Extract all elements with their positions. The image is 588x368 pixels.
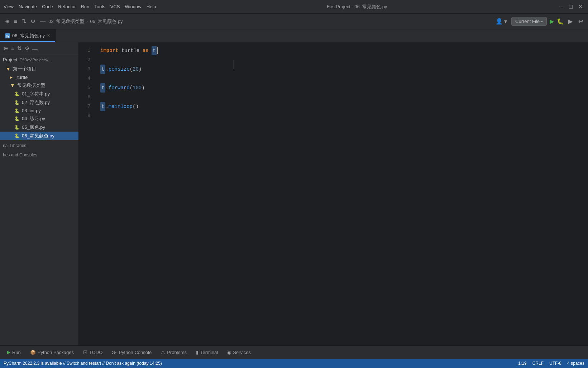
user-icon[interactable]: 👤 ▾ — [494, 16, 508, 26]
menu-window[interactable]: Window — [125, 4, 141, 9]
sidebar-item-label: 01_字符串.py — [22, 91, 50, 97]
code-line-3: t . pensize ( 20 ) — [100, 65, 588, 74]
status-spaces[interactable]: 4 spaces — [567, 361, 584, 366]
collapse-all-icon[interactable]: ≡ — [13, 17, 19, 26]
sidebar-settings-icon[interactable]: ⚙ — [24, 44, 30, 52]
menu-view[interactable]: View — [4, 4, 14, 9]
sidebar-item-01[interactable]: 🐍 01_字符串.py — [0, 90, 78, 98]
dot: . — [105, 83, 108, 93]
num-100: 100 — [133, 83, 142, 93]
python-file-icon: py — [5, 33, 10, 38]
num-20: 20 — [133, 65, 139, 74]
paren-open: () — [133, 102, 139, 111]
sidebar-item-label: 02_浮点数.py — [22, 99, 50, 106]
code-line-8 — [100, 111, 588, 121]
more-button[interactable]: ↩ — [577, 16, 584, 26]
tab-python-console[interactable]: ≫ Python Console — [107, 348, 156, 357]
statusbar-message: PyCharm 2022.2.3 is available // Switch … — [4, 361, 512, 366]
add-icon[interactable]: ⊕ — [4, 16, 11, 26]
editor[interactable]: 1 2 3 4 5 6 7 8 import turtle as — [79, 42, 588, 345]
python-file-icon: 🐍 — [14, 91, 20, 96]
sidebar-toolbar: ⊕ ≡ ⇅ ⚙ — — [0, 42, 78, 55]
debug-button[interactable]: 🐛 — [557, 18, 564, 25]
tab-todo[interactable]: ☑ TODO — [79, 348, 107, 357]
code-line-7: t . mainloop () — [100, 102, 588, 111]
tab-problems[interactable]: ⚠ Problems — [157, 348, 191, 357]
sidebar-item-04[interactable]: 🐍 04_练习.py — [0, 114, 78, 123]
sidebar-item-label: 04_练习.py — [22, 115, 45, 122]
code-area[interactable]: import turtle as t t . pensize ( — [97, 42, 588, 345]
minimize-button[interactable]: ─ — [558, 2, 565, 11]
tab-python-packages-label: Python Packages — [38, 350, 74, 355]
minimize-panel-icon[interactable]: — — [38, 17, 47, 26]
settings-icon[interactable]: ⚙ — [29, 16, 37, 26]
menu-vcs[interactable]: VCS — [110, 4, 120, 9]
run-button[interactable]: ▶ — [550, 18, 554, 25]
tab-run[interactable]: ▶ Run — [3, 348, 25, 357]
sidebar-item-data-types[interactable]: ▼ 常见数据类型 — [0, 81, 78, 90]
status-line-sep[interactable]: CRLF — [532, 361, 544, 366]
expand-icon[interactable]: ⇅ — [20, 16, 28, 26]
tab-terminal-label: Terminal — [200, 350, 218, 355]
menu-code[interactable]: Code — [42, 4, 53, 9]
editor-content[interactable]: 1 2 3 4 5 6 7 8 import turtle as — [79, 42, 588, 345]
sidebar-item-label: 06_常见颜色.py — [22, 133, 54, 139]
sidebar-section-libraries: nal Libraries — [0, 142, 78, 150]
sidebar-item-label: _turtle — [15, 75, 28, 80]
menu-help[interactable]: Help — [147, 4, 156, 9]
code-line-2 — [100, 55, 588, 65]
var-t-pensize: t — [100, 65, 105, 74]
tab-python-packages[interactable]: 📦 Python Packages — [26, 348, 78, 357]
sidebar-item-label: 05_颜色.py — [22, 124, 45, 131]
bottom-bar: ▶ Run 📦 Python Packages ☑ TODO ≫ Python … — [0, 345, 588, 359]
sidebar-collapse-icon[interactable]: ≡ — [10, 45, 15, 52]
sidebar-item-03[interactable]: 🐍 03_int.py — [0, 107, 78, 114]
python-file-icon: 🐍 — [14, 108, 20, 113]
sidebar-item-02[interactable]: 🐍 02_浮点数.py — [0, 98, 78, 107]
paren-close: ) — [142, 83, 144, 93]
status-message-text: PyCharm 2022.2.3 is available // Switch … — [4, 361, 162, 366]
status-encoding[interactable]: UTF-8 — [549, 361, 561, 366]
tab-current-file[interactable]: py 06_常见颜色.py ✕ — [0, 29, 56, 42]
titlebar: View Navigate Code Refactor Run Tools VC… — [0, 0, 588, 14]
status-position[interactable]: 1:19 — [518, 361, 526, 366]
code-line-1: import turtle as t — [100, 46, 588, 55]
text-cursor — [157, 47, 158, 54]
project-header: Project E:\Dev\Projects\... — [0, 55, 78, 65]
menu-navigate[interactable]: Navigate — [19, 4, 37, 9]
sidebar-item-label: 常见数据类型 — [17, 82, 45, 89]
sidebar-item-05[interactable]: 🐍 05_颜色.py — [0, 123, 78, 132]
menu-tools[interactable]: Tools — [94, 4, 105, 9]
python-file-icon: 🐍 — [14, 100, 20, 105]
breadcrumb-file[interactable]: 06_常见颜色.py — [90, 18, 123, 25]
statusbar: PyCharm 2022.2.3 is available // Switch … — [0, 359, 588, 368]
method-mainloop: mainloop — [109, 102, 133, 111]
menu-refactor[interactable]: Refactor — [58, 4, 76, 9]
tab-run-label: Run — [12, 350, 21, 355]
sidebar-expand-icon[interactable]: ⇅ — [16, 44, 23, 52]
code-line-6 — [100, 93, 588, 102]
sidebar: ⊕ ≡ ⇅ ⚙ — Project E:\Dev\Projects\... ▼ … — [0, 42, 79, 345]
code-line-4 — [100, 74, 588, 83]
current-file-button[interactable]: Current File ▾ — [511, 17, 547, 26]
maximize-button[interactable]: □ — [568, 2, 574, 11]
chevron-down-icon: ▾ — [541, 19, 543, 23]
menu-run[interactable]: Run — [81, 4, 89, 9]
sidebar-add-icon[interactable]: ⊕ — [3, 44, 9, 52]
breadcrumb-project[interactable]: 03_常见数据类型 — [48, 18, 84, 25]
folder-icon: ▼ — [6, 66, 11, 72]
python-file-icon: 🐍 — [14, 125, 20, 130]
sidebar-item-root[interactable]: ▼ 第一个项目 — [0, 65, 78, 73]
folder-icon: ▸ — [10, 74, 13, 80]
window-controls: ─ □ ✕ — [558, 2, 584, 11]
current-file-label: Current File — [515, 19, 540, 24]
coverage-button[interactable]: ▶ — [567, 16, 574, 26]
sidebar-item-turtle[interactable]: ▸ _turtle — [0, 73, 78, 81]
sidebar-item-06[interactable]: 🐍 06_常见颜色.py — [0, 132, 78, 140]
tab-close-icon[interactable]: ✕ — [47, 33, 50, 38]
sidebar-minimize-icon[interactable]: — — [32, 45, 38, 52]
tab-services[interactable]: ◉ Services — [223, 348, 255, 357]
tab-python-console-label: Python Console — [119, 350, 152, 355]
close-button[interactable]: ✕ — [577, 2, 584, 11]
tab-terminal[interactable]: ▮ Terminal — [192, 348, 222, 357]
